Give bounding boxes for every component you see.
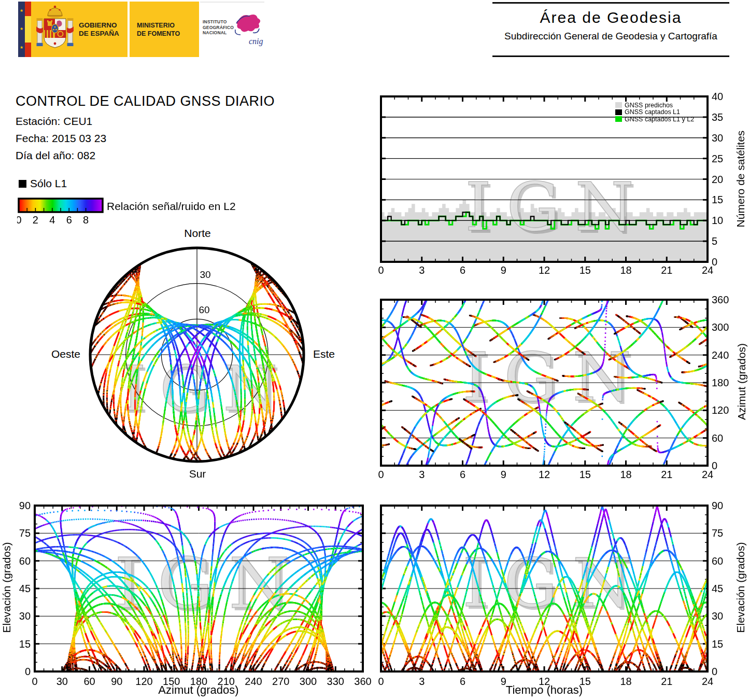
date-line: Fecha: 2015 03 23 <box>16 132 106 145</box>
eu-flag-strip: ★ ★ ★ <box>18 2 25 57</box>
gnss-quality-report: ★ ★ ★ <box>0 0 749 700</box>
l1l2-label: GNSS captados L1 y L2 <box>625 116 694 123</box>
predicted-label: GNSS predichos <box>625 102 673 109</box>
star-icon: ★ <box>20 9 23 13</box>
satcount-legend: GNSS predichos GNSS captados L1 GNSS cap… <box>615 102 694 123</box>
elaz-x-axis-label: Azimut (grados) <box>116 683 281 697</box>
solo-l1-legend: Sólo L1 <box>19 177 67 190</box>
ministerio-line1: MINISTERIO <box>137 21 180 30</box>
satcount-y-axis-label: Número de satélites <box>734 101 747 257</box>
elevation-ring-60-label: 60 <box>194 304 215 316</box>
l1-label: GNSS captados L1 <box>625 108 680 116</box>
cnig-block: INSTITUTO GEOGRÁFICO NACIONAL cnig <box>200 2 264 57</box>
ministerio-line2: DE FOMENTO <box>137 30 180 38</box>
azimuth-time-chart <box>373 296 749 483</box>
ministerio-block: MINISTERIO DE FOMENTO <box>130 2 199 57</box>
elevation-ring-30-label: 30 <box>195 269 216 281</box>
gobierno-line2: DE ESPAÑA <box>79 30 119 38</box>
ministerio-label: MINISTERIO DE FOMENTO <box>137 21 180 38</box>
solo-l1-label: Sólo L1 <box>30 177 67 190</box>
area-title: Área de Geodesia <box>492 9 729 26</box>
gobierno-block: GOBIERNO DE ESPAÑA <box>31 2 128 57</box>
area-subtitle: Subdirección General de Geodesia y Carto… <box>492 31 729 42</box>
svg-text:cnig: cnig <box>249 37 263 46</box>
elaz-y-axis-label: Elevación (grados) <box>1 510 13 665</box>
solo-l1-swatch <box>19 180 26 188</box>
compass-south-label: Sur <box>166 468 229 480</box>
l1-swatch <box>615 109 622 115</box>
government-header: ★ ★ ★ <box>18 2 264 57</box>
cnig-logo-icon: cnig <box>229 12 263 48</box>
elevation-time-chart <box>373 500 749 700</box>
star-icon: ★ <box>20 27 23 31</box>
compass-north-label: Norte <box>166 227 229 240</box>
predicted-swatch <box>615 102 622 108</box>
compass-east-label: Este <box>313 348 349 360</box>
snr-colorbar <box>17 197 108 226</box>
gobierno-line1: GOBIERNO <box>79 21 119 30</box>
legend-row-l1: GNSS captados L1 <box>615 109 694 116</box>
spain-flag-strip <box>25 2 31 57</box>
spain-coat-of-arms-icon <box>36 5 74 54</box>
aztime-y-axis-label: Azimut (grados) <box>736 304 748 459</box>
report-title: CONTROL DE CALIDAD GNSS DIARIO <box>16 93 275 109</box>
legend-row-predicted: GNSS predichos <box>615 102 694 109</box>
star-icon: ★ <box>20 46 23 50</box>
l1l2-swatch <box>615 116 622 122</box>
eltime-y-axis-label: Elevación (grados) <box>734 510 747 665</box>
eltime-x-axis-label: Tiempo (horas) <box>461 683 627 697</box>
area-geodesia-header: Área de Geodesia Subdirección General de… <box>492 2 729 57</box>
compass-west-label: Oeste <box>29 348 80 360</box>
doy-line: Día del año: 082 <box>16 149 95 162</box>
elevation-azimuth-chart <box>0 500 373 700</box>
legend-row-l1l2: GNSS captados L1 y L2 <box>615 116 694 123</box>
station-line: Estación: CEU1 <box>16 115 92 128</box>
gobierno-label: GOBIERNO DE ESPAÑA <box>79 21 119 38</box>
colorbar-label: Relación señal/ruido en L2 <box>107 200 236 213</box>
